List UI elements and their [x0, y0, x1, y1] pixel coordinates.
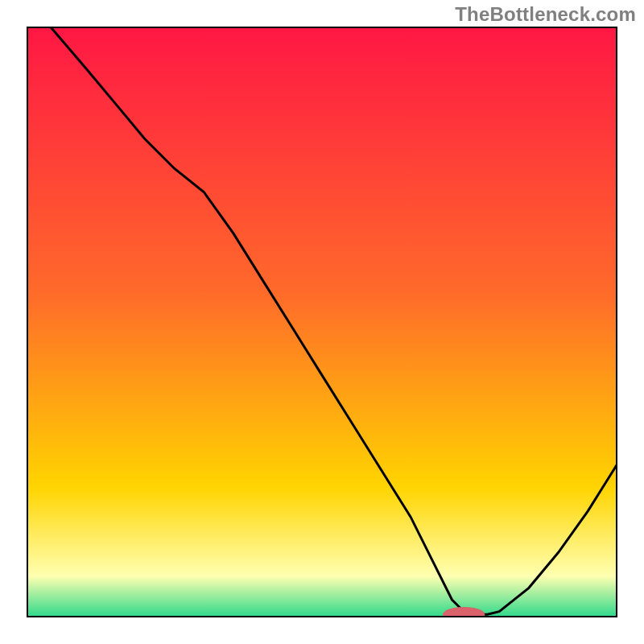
bottleneck-chart	[27, 27, 617, 617]
chart-container: { "watermark": "TheBottleneck.com", "col…	[0, 0, 644, 644]
watermark-text: TheBottleneck.com	[455, 3, 636, 26]
gradient-background	[27, 27, 617, 617]
